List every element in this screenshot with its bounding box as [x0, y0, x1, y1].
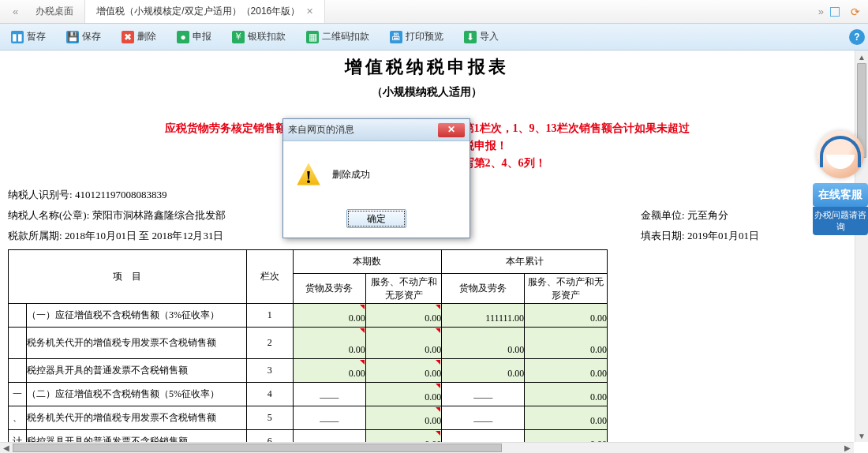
row-lc: 1 [246, 304, 293, 328]
row-lc: 3 [246, 359, 293, 383]
service-avatar-icon [817, 131, 864, 178]
row-side [9, 304, 27, 328]
scroll-right-arrow[interactable]: ▶ [841, 443, 854, 453]
table-row: 税控器具开具的普通发票不含税销售额30.000.000.000.00 [9, 359, 608, 383]
data-cell[interactable]: 0.00 [365, 328, 441, 359]
print-preview-button[interactable]: 🖶打印预览 [385, 28, 448, 46]
data-cell[interactable]: 0.00 [442, 328, 525, 359]
data-cell[interactable]: 0.00 [293, 328, 365, 359]
data-cell: —— [293, 430, 365, 443]
data-cell[interactable]: 0.00 [365, 430, 441, 443]
row-label: （二）应征增值税不含税销售额（5%征收率） [27, 383, 247, 406]
cell-marker-icon [436, 328, 440, 333]
scroll-left-arrow[interactable]: ◀ [0, 443, 13, 453]
save-button[interactable]: 💾保存 [62, 28, 106, 46]
qrpay-button[interactable]: ▦二维码扣款 [301, 28, 374, 46]
unionpay-icon: ￥ [232, 31, 245, 43]
data-cell[interactable]: 0.00 [365, 304, 441, 328]
col-project: 项 目 [9, 250, 247, 304]
report-title: 增值税纳税申报表 [8, 55, 846, 79]
cell-marker-icon [360, 328, 365, 333]
cell-marker-icon [436, 384, 440, 388]
row-side: 一 [9, 383, 27, 406]
row-lc: 4 [246, 383, 293, 406]
dialog-ok-button[interactable]: 确定 [346, 209, 406, 228]
data-cell[interactable]: 111111.00 [442, 304, 525, 328]
tab-vat-2016[interactable]: 增值税（小规模核定/双定户适用）（2016年版）✕ [85, 0, 325, 23]
cell-marker-icon [360, 305, 365, 309]
data-cell[interactable]: 0.00 [293, 304, 365, 328]
scroll-down-arrow[interactable]: ▼ [855, 429, 868, 442]
taxpayer-name: 荥阳市洞林路鑫隆综合批发部 [92, 209, 226, 221]
row-label: 税务机关代开的增值税专用发票不含税销售额 [27, 328, 247, 359]
scroll-up-arrow[interactable]: ▲ [855, 51, 868, 63]
row-lc: 5 [246, 406, 293, 430]
refresh-icon[interactable]: ⟳ [851, 6, 860, 18]
dialog-title: 来自网页的消息 [288, 123, 438, 137]
row-label: （一）应征增值税不含税销售额（3%征收率） [27, 304, 247, 328]
data-cell[interactable]: 0.00 [525, 328, 608, 359]
report-subtitle: （小规模纳税人适用） [8, 85, 846, 99]
row-side: 、 [9, 406, 27, 430]
data-cell[interactable]: 0.00 [365, 383, 441, 406]
data-cell[interactable]: 0.00 [525, 406, 608, 430]
table-row: 、税务机关代开的增值税专用发票不含税销售额5——0.00——0.00 [9, 406, 608, 430]
horizontal-scroll-thumb[interactable] [13, 444, 502, 452]
fill-date: 2019年01月01日 [687, 230, 759, 241]
tabs-scroll-right[interactable]: » [812, 6, 830, 17]
declare-button[interactable]: ●申报 [172, 28, 216, 46]
taxpayer-id: 410121197008083839 [75, 189, 167, 200]
pause-button[interactable]: ▮▮暂存 [6, 28, 51, 46]
col-lc: 栏次 [246, 250, 293, 304]
row-side [9, 328, 27, 359]
row-label: 税务机关代开的增值税专用发票不含税销售额 [27, 406, 247, 430]
data-cell: —— [442, 430, 525, 443]
data-cell: —— [442, 406, 525, 430]
cell-marker-icon [360, 360, 365, 365]
cell-marker-icon [436, 360, 440, 365]
cell-marker-icon [436, 407, 440, 412]
toolbar: ▮▮暂存 💾保存 ✖删除 ●申报 ￥银联扣款 ▦二维码扣款 🖶打印预览 ⬇导入 … [0, 24, 868, 51]
data-cell[interactable]: 0.00 [442, 359, 525, 383]
row-lc: 2 [246, 328, 293, 359]
tab-bar: « 办税桌面 增值税（小规模核定/双定户适用）（2016年版）✕ » ⟳ [0, 0, 868, 24]
data-cell[interactable]: 0.00 [525, 359, 608, 383]
window-maximize-icon[interactable] [830, 7, 840, 17]
data-cell[interactable]: 0.00 [525, 430, 608, 443]
data-cell[interactable]: 0.00 [525, 304, 608, 328]
table-row: 计税控器具开具的普通发票不含税销售额6——0.00——0.00 [9, 430, 608, 443]
declare-icon: ● [177, 31, 189, 43]
vertical-scrollbar[interactable]: ▲ ▼ [855, 51, 868, 442]
alert-dialog: 来自网页的消息 ✕ ! 删除成功 确定 [282, 118, 470, 238]
tab-close-icon[interactable]: ✕ [306, 6, 313, 16]
table-row: 一（二）应征增值税不含税销售额（5%征收率）4——0.00——0.00 [9, 383, 608, 406]
tab-desktop[interactable]: 办税桌面 [24, 0, 85, 23]
data-cell[interactable]: 0.00 [365, 359, 441, 383]
data-cell[interactable]: 0.00 [365, 406, 441, 430]
content-area: 增值税纳税申报表 （小规模纳税人适用） 应税货物劳务核定销售额未达起征点，系统自… [0, 51, 854, 442]
row-label: 税控器具开具的普通发票不含税销售额 [27, 359, 247, 383]
unionpay-button[interactable]: ￥银联扣款 [227, 28, 290, 46]
warning-icon: ! [296, 162, 321, 187]
pause-icon: ▮▮ [11, 31, 24, 43]
tax-form-table: 项 目 栏次 本期数 本年累计 货物及劳务 服务、不动产和无形资产 货物及劳务 … [8, 249, 608, 442]
tabs-scroll-left[interactable]: « [6, 6, 24, 17]
data-cell[interactable]: 0.00 [525, 383, 608, 406]
row-side: 计 [9, 430, 27, 443]
row-label: 税控器具开具的普通发票不含税销售额 [27, 430, 247, 443]
import-button[interactable]: ⬇导入 [459, 28, 503, 46]
tax-period: 2018年10月01日 至 2018年12月31日 [65, 230, 224, 241]
dialog-message: 删除成功 [332, 168, 370, 182]
data-cell: —— [442, 383, 525, 406]
save-icon: 💾 [66, 31, 79, 43]
help-icon[interactable]: ? [849, 29, 865, 45]
print-icon: 🖶 [390, 31, 402, 43]
col-current: 本期数 [293, 250, 442, 274]
horizontal-scrollbar[interactable]: ◀ ▶ [0, 442, 854, 453]
dialog-close-icon[interactable]: ✕ [438, 123, 465, 137]
customer-service-widget[interactable]: 在线客服 办税问题请咨询 [813, 131, 868, 235]
data-cell[interactable]: 0.00 [293, 359, 365, 383]
table-row: 税务机关代开的增值税专用发票不含税销售额20.000.000.000.00 [9, 328, 608, 359]
delete-button[interactable]: ✖删除 [117, 28, 161, 46]
data-cell: —— [293, 406, 365, 430]
